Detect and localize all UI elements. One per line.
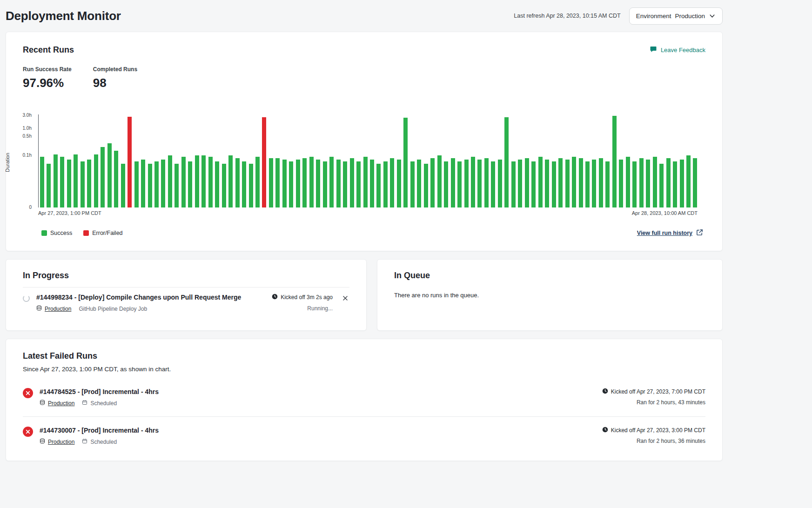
chart-bar[interactable] — [477, 160, 482, 207]
chart-bar[interactable] — [329, 157, 334, 207]
chart-bar[interactable] — [128, 117, 132, 207]
chart-bar[interactable] — [121, 164, 125, 207]
chart-bar[interactable] — [249, 164, 253, 207]
view-run-history-link[interactable]: View full run history — [637, 229, 703, 237]
close-button[interactable] — [341, 294, 349, 304]
chart-bar[interactable] — [148, 164, 152, 207]
chart-bar[interactable] — [343, 161, 347, 207]
chart-bar[interactable] — [484, 158, 489, 207]
chart-bar[interactable] — [437, 155, 442, 207]
chart-bar[interactable] — [47, 164, 51, 207]
chart-bar[interactable] — [558, 158, 563, 207]
chart-bar[interactable] — [693, 158, 697, 207]
chart-bar[interactable] — [605, 161, 610, 207]
chart-bar[interactable] — [74, 154, 78, 207]
chart-bar[interactable] — [208, 157, 213, 207]
chart-bar[interactable] — [242, 161, 246, 207]
chart-bar[interactable] — [188, 161, 192, 207]
chart-bar[interactable] — [376, 164, 381, 207]
chart-bar[interactable] — [60, 157, 64, 207]
chart-bar[interactable] — [518, 160, 522, 207]
environment-dropdown[interactable]: Environment Production — [629, 7, 723, 25]
chart-bar[interactable] — [666, 158, 671, 207]
chart-bar[interactable] — [511, 161, 516, 207]
chart-bar[interactable] — [302, 158, 307, 207]
chart-bar[interactable] — [585, 161, 590, 207]
chart-bar[interactable] — [154, 161, 159, 207]
chart-bar[interactable] — [653, 157, 657, 207]
chart-bar[interactable] — [592, 160, 596, 207]
chart-bar[interactable] — [228, 155, 233, 207]
chart-bar[interactable] — [390, 158, 394, 207]
chart-bar[interactable] — [397, 160, 401, 207]
chart-bar[interactable] — [309, 157, 314, 207]
chart-bar[interactable] — [545, 160, 549, 207]
environment-link[interactable]: Production — [45, 306, 71, 312]
chart-bar[interactable] — [498, 160, 502, 207]
environment-link[interactable]: Production — [48, 439, 74, 445]
chart-bar[interactable] — [67, 160, 71, 207]
chart-bar[interactable] — [181, 157, 186, 207]
chart-bar[interactable] — [383, 161, 388, 207]
chart-bar[interactable] — [275, 158, 280, 207]
chart-bar[interactable] — [619, 160, 623, 207]
chart-bar[interactable] — [444, 161, 448, 207]
chart-bar[interactable] — [269, 158, 273, 207]
environment-link[interactable]: Production — [48, 400, 74, 407]
chart-bar[interactable] — [612, 116, 617, 207]
chart-bar[interactable] — [40, 157, 44, 207]
chart-bar[interactable] — [552, 161, 556, 207]
chart-bar[interactable] — [201, 155, 206, 207]
chart-bar[interactable] — [417, 160, 421, 207]
chart-bar[interactable] — [87, 160, 91, 207]
chart-bar[interactable] — [572, 157, 576, 207]
chart-bar[interactable] — [430, 158, 435, 207]
chart-bar[interactable] — [94, 154, 98, 207]
chart-bar[interactable] — [451, 158, 455, 207]
chart-bar[interactable] — [457, 161, 462, 207]
chart-bar[interactable] — [168, 155, 172, 207]
leave-feedback-link[interactable]: Leave Feedback — [650, 46, 705, 54]
chart-bar[interactable] — [356, 161, 361, 207]
chart-bar[interactable] — [161, 160, 165, 207]
chart-bar[interactable] — [323, 161, 327, 207]
chart-bar[interactable] — [363, 157, 368, 207]
chart-bar[interactable] — [255, 157, 260, 207]
chart-bar[interactable] — [114, 151, 118, 207]
chart-bar[interactable] — [538, 157, 543, 207]
chart-bar[interactable] — [531, 161, 536, 207]
chart-bar[interactable] — [316, 160, 320, 207]
chart-bar[interactable] — [54, 154, 58, 207]
chart-bar[interactable] — [525, 158, 529, 207]
chart-bar[interactable] — [659, 164, 664, 207]
chart-bar[interactable] — [81, 161, 85, 207]
chart-bar[interactable] — [565, 160, 570, 207]
chart-bar[interactable] — [599, 158, 603, 207]
chart-bar[interactable] — [107, 143, 112, 207]
chart-bar[interactable] — [632, 161, 637, 207]
chart-bar[interactable] — [673, 161, 677, 207]
chart-bar[interactable] — [336, 160, 341, 207]
chart-bar[interactable] — [410, 161, 415, 207]
chart-bar[interactable] — [289, 161, 293, 207]
chart-bar[interactable] — [282, 160, 287, 207]
chart-bar[interactable] — [141, 160, 145, 207]
chart-bar[interactable] — [471, 157, 475, 207]
chart-bar[interactable] — [504, 117, 509, 207]
chart-bar[interactable] — [370, 160, 374, 207]
chart-bar[interactable] — [686, 155, 691, 207]
chart-bar[interactable] — [215, 161, 219, 207]
chart-bar[interactable] — [464, 160, 469, 207]
chart-bar[interactable] — [262, 117, 266, 207]
chart-bar[interactable] — [626, 157, 630, 207]
chart-bar[interactable] — [403, 118, 408, 207]
chart-bar[interactable] — [350, 158, 354, 207]
chart-bar[interactable] — [491, 161, 495, 207]
chart-bar[interactable] — [579, 158, 583, 207]
chart-bar[interactable] — [222, 164, 226, 207]
chart-bar[interactable] — [424, 164, 428, 207]
chart-bar[interactable] — [235, 158, 240, 207]
chart-bar[interactable] — [646, 160, 650, 207]
chart-bar[interactable] — [680, 160, 684, 207]
chart-bar[interactable] — [296, 160, 300, 207]
